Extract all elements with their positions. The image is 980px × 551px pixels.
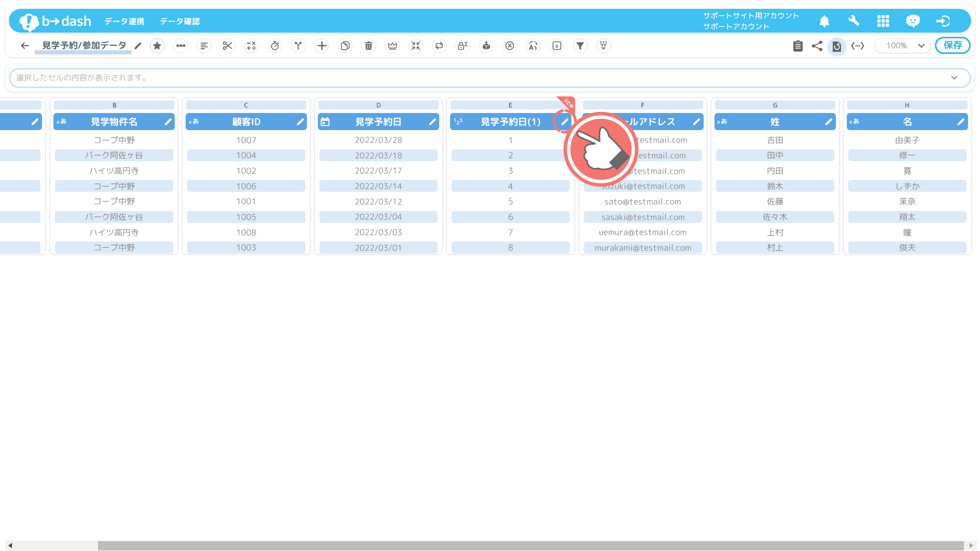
svg-text:0: 0 [555,43,558,49]
